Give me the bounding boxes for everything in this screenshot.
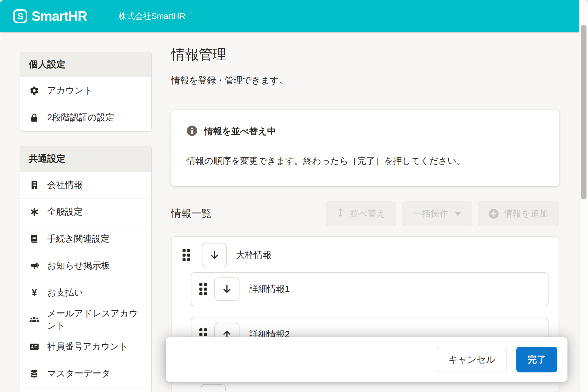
app-header: S SmartHR 株式会社SmartHR <box>0 0 580 32</box>
sidebar-item-employee-number-accounts[interactable]: 社員番号アカウント <box>20 333 151 360</box>
sort-action-bar: キャンセル 完了 <box>166 337 567 382</box>
list-toolbar: 並べ替え 一括操作 情報を追加 <box>326 202 559 226</box>
sidebar-section-common: 共通設定 会社情報 全般設定 手続き関連設定 <box>20 146 152 392</box>
sidebar-item-email-accounts[interactable]: メールアドレスアカウント <box>20 306 151 333</box>
sort-arrows-icon <box>337 208 345 220</box>
sidebar-item-label: マスターデータ <box>47 368 110 380</box>
yen-icon: ¥ <box>29 288 40 297</box>
id-card-icon <box>29 342 40 352</box>
drag-handle-icon[interactable] <box>199 283 207 295</box>
sidebar-item-label: お知らせ掲示板 <box>47 260 110 272</box>
building-icon <box>29 180 40 190</box>
sidebar-item-label: 会社情報 <box>47 179 83 191</box>
sidebar-item-account[interactable]: アカウント <box>20 77 151 104</box>
notice-title: 情報を並べ替え中 <box>204 125 276 138</box>
lock-icon <box>29 113 40 122</box>
browser-window: S SmartHR 株式会社SmartHR 個人設定 アカウント 2段階認証の設… <box>0 0 588 392</box>
sidebar-item-label: アカウント <box>47 85 92 97</box>
scrollbar-thumb[interactable] <box>581 25 586 199</box>
list-item-group: 大枠情報 <box>181 242 548 272</box>
smarthr-logo-icon: S <box>13 9 27 23</box>
sidebar-item-general-settings[interactable]: 全般設定 <box>20 198 151 225</box>
notice-body: 情報の順序を変更できます。終わったら［完了］を押してください。 <box>187 155 544 167</box>
group-label: 大枠情報 <box>236 249 272 261</box>
sidebar-item-label: 社員番号アカウント <box>47 341 128 353</box>
sidebar-section-title: 共通設定 <box>20 146 151 172</box>
settings-sidebar: 個人設定 アカウント 2段階認証の設定 共通設定 会社情報 <box>20 52 152 392</box>
plus-circle-icon <box>489 209 499 219</box>
users-icon <box>29 315 40 325</box>
gear-icon <box>29 86 40 96</box>
sidebar-item-label: 全般設定 <box>47 206 83 218</box>
sidebar-item-two-factor[interactable]: 2段階認証の設定 <box>20 104 151 131</box>
sidebar-item-label: メールアドレスアカウント <box>47 307 143 332</box>
chevron-down-icon <box>454 212 461 216</box>
list-item-child: 詳細情報1 <box>191 272 548 306</box>
database-icon <box>29 369 40 378</box>
sidebar-item-label: 手続き関連設定 <box>47 233 110 245</box>
sorting-notice-card: 情報を並べ替え中 情報の順序を変更できます。終わったら［完了］を押してください。 <box>171 110 559 186</box>
page-title: 情報管理 <box>171 46 559 63</box>
megaphone-icon <box>29 261 40 271</box>
sidebar-item-payment[interactable]: ¥ お支払い <box>20 279 151 306</box>
brand-name: SmartHR <box>32 9 87 24</box>
sidebar-section-title: 個人設定 <box>20 52 151 77</box>
done-button[interactable]: 完了 <box>516 347 557 372</box>
sidebar-item-master-data[interactable]: マスターデータ <box>20 360 151 387</box>
company-name: 株式会社SmartHR <box>118 11 185 22</box>
sidebar-item-company-info[interactable]: 会社情報 <box>20 172 151 198</box>
sort-button[interactable]: 並べ替え <box>326 202 396 226</box>
sidebar-section-personal: 個人設定 アカウント 2段階認証の設定 <box>20 52 152 131</box>
sidebar-item-clipped <box>20 387 151 392</box>
cancel-button[interactable]: キャンセル <box>437 347 507 372</box>
asterisk-icon <box>29 207 40 217</box>
child-label: 詳細情報1 <box>249 283 290 295</box>
sidebar-item-label: お支払い <box>47 287 83 299</box>
sidebar-item-procedure-settings[interactable]: 手続き関連設定 <box>20 225 151 252</box>
sidebar-item-announcement-board[interactable]: お知らせ掲示板 <box>20 252 151 279</box>
move-down-button[interactable] <box>214 277 239 301</box>
scrollbar-track[interactable] <box>579 0 588 392</box>
add-info-button[interactable]: 情報を追加 <box>478 202 559 226</box>
sidebar-item-label: 2段階認証の設定 <box>47 111 115 124</box>
page-description: 情報を登録・管理できます。 <box>171 74 559 87</box>
smarthr-logo[interactable]: S SmartHR <box>13 9 87 24</box>
info-circle-icon <box>187 125 198 138</box>
drag-handle-icon[interactable] <box>183 249 190 261</box>
list-heading: 情報一覧 <box>171 207 212 221</box>
book-icon <box>29 234 40 243</box>
bulk-actions-button[interactable]: 一括操作 <box>402 202 472 226</box>
move-down-button[interactable] <box>202 243 227 267</box>
